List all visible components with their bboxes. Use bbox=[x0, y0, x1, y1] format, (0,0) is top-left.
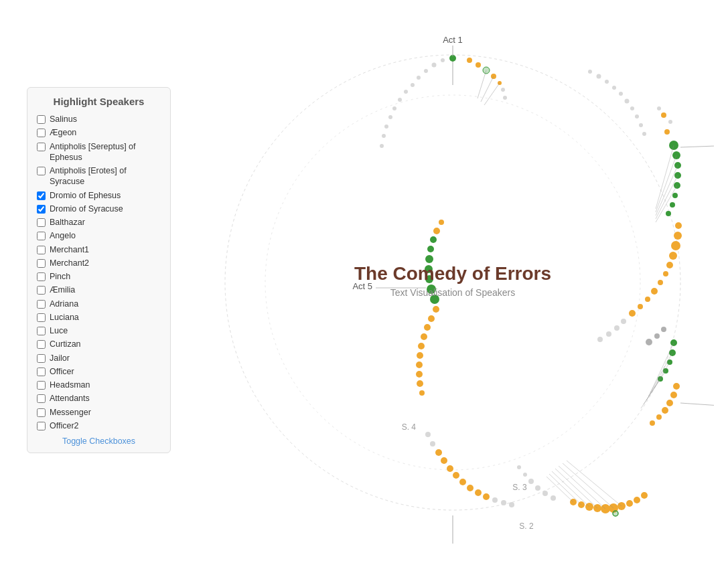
speaker-checkbox[interactable] bbox=[37, 129, 46, 137]
s4-label: S. 4 bbox=[402, 422, 417, 432]
svg-point-31 bbox=[666, 262, 673, 268]
speaker-item[interactable]: Antipholis [Sereptus] of Ephesus bbox=[37, 141, 161, 163]
speaker-item[interactable]: Dromio of Syracuse bbox=[37, 204, 161, 214]
speaker-item[interactable]: Luce bbox=[37, 325, 161, 336]
svg-point-63 bbox=[542, 491, 548, 496]
speaker-item[interactable]: Salinus bbox=[37, 114, 161, 125]
svg-line-133 bbox=[680, 403, 714, 415]
speaker-checkbox[interactable] bbox=[37, 205, 46, 214]
svg-point-23 bbox=[664, 129, 670, 135]
svg-line-119 bbox=[650, 343, 674, 393]
speaker-checkbox[interactable] bbox=[37, 246, 46, 254]
svg-point-86 bbox=[418, 343, 425, 349]
speaker-item[interactable]: Officer2 bbox=[37, 420, 161, 431]
svg-point-140 bbox=[388, 115, 392, 119]
speaker-item[interactable]: Adriana bbox=[37, 299, 161, 309]
speaker-checkbox[interactable] bbox=[37, 191, 46, 200]
sidebar: Highlight Speakers SalinusÆgeonAntipholi… bbox=[27, 87, 171, 453]
svg-point-60 bbox=[634, 497, 640, 503]
speaker-checkbox[interactable] bbox=[37, 327, 46, 335]
svg-point-26 bbox=[657, 106, 661, 110]
sidebar-title: Highlight Speakers bbox=[37, 96, 161, 107]
speaker-item[interactable]: Pinch bbox=[37, 271, 161, 282]
speaker-label: Antipholis [Erotes] of Syracuse bbox=[50, 165, 161, 187]
speaker-checkbox[interactable] bbox=[37, 422, 46, 430]
svg-point-25 bbox=[661, 112, 666, 118]
speaker-checkbox[interactable] bbox=[37, 354, 46, 363]
svg-point-38 bbox=[661, 327, 666, 332]
speaker-item[interactable]: Æmilia bbox=[37, 285, 161, 295]
speaker-checkbox[interactable] bbox=[37, 115, 46, 124]
svg-point-65 bbox=[528, 479, 534, 484]
speaker-checkbox[interactable] bbox=[37, 300, 46, 309]
svg-point-101 bbox=[588, 70, 592, 74]
speaker-item[interactable]: Jailor bbox=[37, 353, 161, 364]
speaker-item[interactable]: Messenger bbox=[37, 407, 161, 418]
speaker-checkbox[interactable] bbox=[37, 143, 46, 151]
svg-point-34 bbox=[651, 288, 658, 295]
speaker-checkbox[interactable] bbox=[37, 286, 46, 295]
svg-point-13 bbox=[501, 88, 505, 92]
svg-point-102 bbox=[597, 74, 601, 79]
toggle-checkboxes-link[interactable]: Toggle Checkboxes bbox=[37, 436, 161, 446]
svg-point-78 bbox=[501, 500, 506, 505]
speaker-checkbox[interactable] bbox=[37, 167, 46, 175]
svg-line-111 bbox=[478, 70, 486, 98]
svg-point-96 bbox=[425, 255, 433, 263]
speaker-item[interactable]: Balthazar bbox=[37, 217, 161, 228]
svg-point-94 bbox=[425, 275, 433, 283]
svg-point-1 bbox=[265, 95, 640, 470]
speaker-item[interactable]: Dromio of Ephesus bbox=[37, 190, 161, 201]
svg-point-145 bbox=[614, 325, 620, 331]
speaker-label: Messenger bbox=[50, 407, 91, 418]
svg-point-76 bbox=[435, 449, 442, 456]
viz-container: Act 1 Act 2 Act 3 Act 4 Act 5 S. 2 S. 2 … bbox=[192, 21, 714, 544]
svg-point-99 bbox=[433, 228, 440, 234]
speaker-checkbox[interactable] bbox=[37, 259, 46, 268]
svg-point-141 bbox=[384, 125, 388, 129]
speaker-checkbox[interactable] bbox=[37, 394, 46, 403]
speaker-checkbox[interactable] bbox=[37, 408, 46, 417]
svg-point-66 bbox=[523, 473, 527, 477]
s2-bottom-label: S. 2 bbox=[519, 521, 534, 531]
speaker-checkbox[interactable] bbox=[37, 232, 46, 240]
speaker-item[interactable]: Curtizan bbox=[37, 339, 161, 349]
svg-point-32 bbox=[663, 271, 668, 276]
speaker-item[interactable]: Antipholis [Erotes] of Syracuse bbox=[37, 165, 161, 187]
svg-point-5 bbox=[476, 62, 481, 68]
speaker-checkbox[interactable] bbox=[37, 272, 46, 281]
speaker-label: Officer bbox=[50, 366, 74, 377]
speaker-label: Jailor bbox=[50, 353, 70, 364]
svg-line-132 bbox=[680, 142, 714, 147]
speaker-checkbox[interactable] bbox=[37, 368, 46, 376]
speaker-item[interactable]: Merchant2 bbox=[37, 258, 161, 268]
speaker-item[interactable]: Attendants bbox=[37, 393, 161, 404]
svg-point-74 bbox=[447, 465, 453, 472]
svg-point-47 bbox=[670, 392, 677, 398]
svg-point-12 bbox=[417, 76, 421, 80]
svg-point-20 bbox=[672, 193, 678, 198]
speaker-item[interactable]: Ægeon bbox=[37, 127, 161, 138]
speaker-label: Salinus bbox=[50, 114, 77, 125]
speakers-list: SalinusÆgeonAntipholis [Sereptus] of Eph… bbox=[37, 114, 161, 431]
speaker-checkbox[interactable] bbox=[37, 381, 46, 390]
svg-point-83 bbox=[428, 315, 435, 322]
svg-point-90 bbox=[417, 380, 423, 387]
speaker-checkbox[interactable] bbox=[37, 340, 46, 349]
speaker-item[interactable]: Merchant1 bbox=[37, 244, 161, 255]
speaker-checkbox[interactable] bbox=[37, 313, 46, 322]
svg-point-64 bbox=[535, 485, 540, 491]
speaker-item[interactable]: Angelo bbox=[37, 230, 161, 241]
svg-point-109 bbox=[639, 123, 643, 127]
speaker-label: Merchant1 bbox=[50, 244, 89, 255]
speaker-item[interactable]: Officer bbox=[37, 366, 161, 377]
speaker-checkbox[interactable] bbox=[37, 218, 46, 227]
svg-point-81 bbox=[425, 432, 431, 437]
svg-point-107 bbox=[630, 106, 634, 110]
speaker-label: Adriana bbox=[50, 299, 78, 309]
speaker-item[interactable]: Luciana bbox=[37, 312, 161, 323]
speaker-item[interactable]: Headsman bbox=[37, 380, 161, 390]
svg-point-88 bbox=[416, 361, 423, 368]
svg-point-80 bbox=[430, 441, 435, 447]
speaker-label: Luce bbox=[50, 325, 68, 336]
